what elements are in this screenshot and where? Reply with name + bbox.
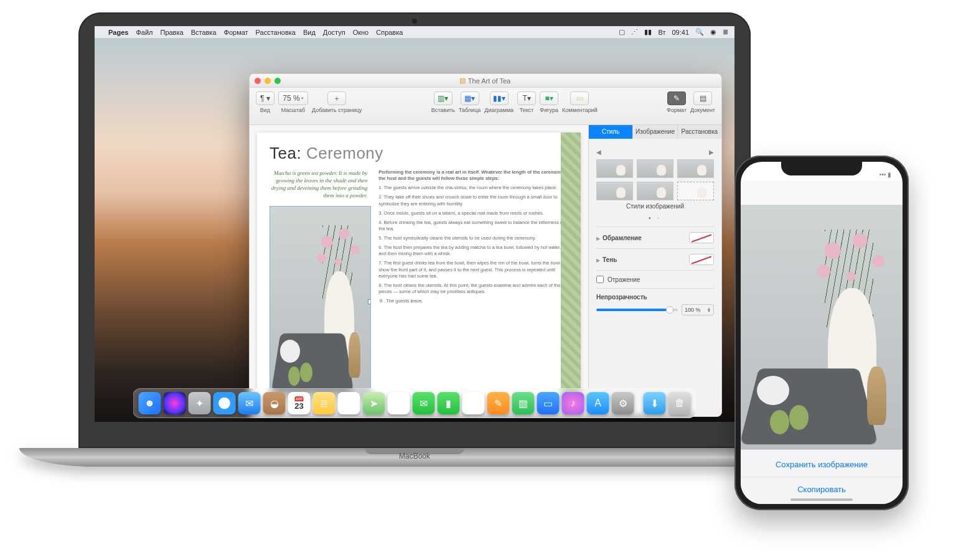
toolbar-table[interactable]: ▦▾ Таблица xyxy=(459,91,481,113)
menu-edit[interactable]: Правка xyxy=(160,29,183,36)
tab-image[interactable]: Изображение xyxy=(632,125,677,139)
dock-safari[interactable]: ✪ xyxy=(213,392,236,414)
app-name[interactable]: Pages xyxy=(108,29,128,36)
pull-quote: Matcha is green tea powder. It is made b… xyxy=(270,169,371,200)
airdrop-action-sheet: Сохранить изображение Скопировать xyxy=(741,449,903,504)
clock-time[interactable]: 09:41 xyxy=(672,29,689,36)
macbook: Pages Файл Правка Вставка Формат Расстан… xyxy=(78,12,751,467)
dock-photos[interactable]: ✿ xyxy=(388,392,410,414)
dock-maps[interactable]: ➤ xyxy=(363,392,385,414)
home-indicator[interactable] xyxy=(790,498,853,501)
image-style-thumb[interactable] xyxy=(637,159,673,178)
toolbar-insert[interactable]: ▥▾ Вставить xyxy=(431,91,455,113)
image-style-thumb[interactable] xyxy=(677,159,714,178)
image-style-thumb[interactable] xyxy=(596,182,633,200)
styles-section-title: Стили изображений xyxy=(596,203,714,210)
tab-arrange[interactable]: Расстановка xyxy=(677,125,721,139)
document-canvas[interactable]: Tea: Ceremony Matcha is green tea powder… xyxy=(250,125,588,416)
toolbar-document[interactable]: ▤ Документ xyxy=(690,91,715,113)
comment-icon: ▭ xyxy=(576,94,583,103)
dock-notes[interactable]: ≣ xyxy=(313,392,335,414)
macbook-bezel: Pages Файл Правка Вставка Формат Расстан… xyxy=(78,12,751,448)
titlebar[interactable]: ▧ The Art of Tea xyxy=(250,74,721,88)
iphone-nav-bar xyxy=(741,180,903,205)
dock-calendar[interactable]: АПР23 xyxy=(288,392,311,414)
reflection-row[interactable]: Отражение xyxy=(596,270,714,288)
dock-finder[interactable]: ☻ xyxy=(139,392,161,414)
toolbar-view[interactable]: ¶ ▾ Вид xyxy=(256,91,274,113)
camera-icon xyxy=(412,19,417,24)
dock-reminders[interactable]: ☰ xyxy=(338,392,360,414)
tea-scene-illustration xyxy=(270,207,370,397)
pages-window: ▧ The Art of Tea ¶ ▾ Вид 75 %▾ xyxy=(249,73,722,417)
dock-mail[interactable]: ✉ xyxy=(238,392,261,414)
toolbar-add-page[interactable]: ＋ Добавить страницу xyxy=(312,91,362,113)
styles-prev-icon[interactable]: ◀ xyxy=(596,149,601,156)
shadow-row[interactable]: ▶Тень xyxy=(596,248,714,270)
dock-launchpad[interactable]: ✦ xyxy=(189,392,211,414)
dock-preferences[interactable]: ⚙ xyxy=(612,392,634,414)
image-style-thumb[interactable] xyxy=(596,159,633,178)
border-swatch[interactable] xyxy=(689,232,714,243)
toolbar-zoom[interactable]: 75 %▾ Масштаб xyxy=(278,91,308,113)
image-style-thumb[interactable] xyxy=(677,182,714,200)
reflection-checkbox[interactable] xyxy=(596,276,604,283)
minimize-icon[interactable] xyxy=(265,78,271,84)
shadow-swatch[interactable] xyxy=(689,254,714,265)
opacity-value[interactable]: 100 % ▲▼ xyxy=(682,304,714,315)
opacity-slider[interactable] xyxy=(596,309,678,311)
menu-insert[interactable]: Вставка xyxy=(191,29,217,36)
selected-image[interactable] xyxy=(270,206,371,398)
document-page: Tea: Ceremony Matcha is green tea powder… xyxy=(257,133,581,409)
styles-next-icon[interactable]: ▶ xyxy=(709,149,714,156)
zoom-icon[interactable] xyxy=(274,78,281,84)
close-icon[interactable] xyxy=(255,78,261,84)
menu-file[interactable]: Файл xyxy=(136,29,152,36)
toolbar-text[interactable]: T▾ Текст xyxy=(517,91,536,113)
menu-format[interactable]: Формат xyxy=(224,29,248,36)
toolbar-comment[interactable]: ▭ Комментарий xyxy=(562,91,598,113)
dock-siri[interactable] xyxy=(164,392,186,414)
dock-itunes-store[interactable]: ♫ xyxy=(462,392,485,414)
page-title: Tea: Ceremony xyxy=(270,144,568,163)
dock-keynote[interactable]: ▭ xyxy=(537,392,560,414)
stepper-icon[interactable]: ▲▼ xyxy=(707,307,711,312)
tab-style[interactable]: Стиль xyxy=(589,125,632,139)
dock-messages[interactable]: ✉ xyxy=(413,392,435,414)
dock-trash[interactable]: 🗑 xyxy=(668,392,691,414)
toolbar-chart[interactable]: ▮▮▾ Диаграмма xyxy=(484,91,514,113)
airplay-icon[interactable]: ▢ xyxy=(619,28,625,36)
plus-icon: ＋ xyxy=(333,93,340,104)
iphone-screen: ••• ▮ Сохранить изображение Скопировать xyxy=(741,162,903,504)
format-inspector: Стиль Изображение Расстановка ◀▶ xyxy=(588,125,721,416)
document-proxy-icon: ▧ xyxy=(459,77,466,85)
dock-appstore[interactable]: A xyxy=(587,392,609,414)
page-dots: • · xyxy=(596,215,714,222)
border-row[interactable]: ▶Обрамление xyxy=(596,226,714,248)
dock-itunes[interactable]: ♪ xyxy=(562,392,584,414)
menu-view[interactable]: Вид xyxy=(303,29,316,36)
toolbar-shape[interactable]: ■▾ Фигура xyxy=(540,91,558,113)
dock-downloads[interactable]: ⬇ xyxy=(644,392,666,414)
siri-menubar-icon[interactable]: ◉ xyxy=(710,28,716,36)
battery-icon[interactable]: ▮▮ xyxy=(644,28,652,36)
dock-contacts[interactable]: ◒ xyxy=(263,392,286,414)
menu-window[interactable]: Окно xyxy=(353,29,369,36)
image-style-thumb[interactable] xyxy=(637,182,673,200)
save-image-button[interactable]: Сохранить изображение xyxy=(741,452,903,477)
menu-help[interactable]: Справка xyxy=(376,29,403,36)
dock-pages[interactable]: ✎ xyxy=(487,392,510,414)
dock-facetime[interactable]: ▮ xyxy=(438,392,460,414)
menubar: Pages Файл Правка Вставка Формат Расстан… xyxy=(95,26,734,39)
dock-numbers[interactable]: ▥ xyxy=(512,392,535,414)
menu-arrange[interactable]: Расстановка xyxy=(256,29,296,36)
copy-button[interactable]: Скопировать xyxy=(741,477,903,502)
menu-share[interactable]: Доступ xyxy=(323,29,345,36)
clock-day[interactable]: Вт xyxy=(658,29,665,36)
toolbar-format[interactable]: ✎ Формат xyxy=(667,91,687,113)
body-text: Performing the ceremony is a real art in… xyxy=(378,169,568,398)
spotlight-icon[interactable]: 🔍 xyxy=(695,28,704,36)
chart-icon: ▮▮▾ xyxy=(493,94,505,103)
wifi-icon[interactable]: ⋰ xyxy=(631,28,638,36)
notification-center-icon[interactable]: ≣ xyxy=(723,28,728,36)
